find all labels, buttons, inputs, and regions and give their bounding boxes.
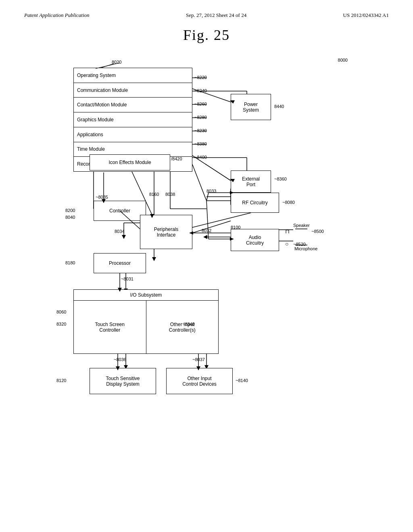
svg-line-48 [206, 193, 209, 201]
svg-line-51 [206, 201, 209, 239]
external-port-box: ExternalPort [231, 170, 271, 193]
label-8240: ~8240 [194, 88, 207, 93]
microphone-label: Microphone [294, 246, 317, 251]
rf-circuitry-box: RF Circuitry [231, 193, 279, 213]
label-8033: 8033 [206, 189, 216, 193]
svg-marker-25 [122, 235, 126, 239]
label-8380: ~8380 [194, 141, 207, 146]
row-applications: Applications [74, 127, 192, 142]
label-8040: 8040 [65, 215, 75, 220]
header: Patent Application Publication Sep. 27, … [24, 12, 389, 19]
label-8032: 8032 [202, 228, 211, 233]
label-8160: 8160 [149, 192, 159, 197]
label-8036: ~8036 [114, 357, 126, 362]
label-8360: ~8360 [274, 177, 287, 181]
header-right: US 2012/0243342 A1 [343, 12, 389, 19]
label-8100: 8100 [231, 225, 240, 230]
label-8230: ~8230 [194, 128, 207, 133]
label-8400: ~8400 [194, 155, 207, 160]
speaker-symbol: ⊓ [285, 228, 290, 235]
label-8080: ~8080 [282, 200, 295, 205]
label-8038: 8038 [165, 192, 175, 197]
peripherals-interface-box: PeripheralsInterface [140, 215, 192, 249]
label-8420: /8420 [171, 156, 182, 161]
svg-line-46 [192, 164, 206, 201]
microphone-symbol: ○ [285, 241, 288, 247]
other-input-controllers-inner: Other InputController(s) [146, 301, 219, 353]
figure-title: Fig. 25 [24, 27, 389, 44]
io-subsystem-box: I/O Subsystem Touch ScreenController Oth… [73, 289, 219, 354]
label-8000: 8000 [338, 58, 348, 62]
label-8120: 8120 [56, 378, 66, 383]
row-operating-system: Operating System [74, 68, 192, 83]
svg-line-54 [192, 221, 231, 233]
processor-box: Processor [94, 253, 146, 273]
svg-marker-31 [203, 235, 207, 239]
label-8220: ~8220 [194, 75, 207, 80]
label-8034: 8034 [115, 229, 124, 234]
row-communication-module: Communication Module [74, 83, 192, 98]
svg-marker-27 [152, 257, 156, 261]
label-8037: ~8037 [192, 357, 205, 362]
label-8320: 8320 [56, 322, 66, 326]
label-8020: 8020 [112, 60, 121, 64]
label-8035: ~8035 [96, 195, 108, 200]
other-input-control-box: Other InputControl Devices [166, 368, 233, 394]
label-8031: ~8031 [121, 276, 133, 281]
label-8180: 8180 [65, 260, 75, 265]
power-system-box: PowerSystem [231, 94, 271, 120]
label-8280: ~8280 [194, 115, 207, 120]
icon-effects-module-box: Icon Effects Module [90, 154, 170, 170]
touch-sensitive-display-box: Touch SensitiveDisplay System [90, 368, 156, 394]
header-center: Sep. 27, 2012 Sheet 24 of 24 [186, 12, 246, 19]
label-8140: ~8140 [236, 378, 248, 383]
label-8060: 8060 [56, 310, 66, 314]
touch-screen-controller-inner: Touch ScreenController [74, 301, 146, 353]
controller-box: Controller [94, 201, 146, 221]
label-8340: ~8340 [182, 322, 195, 326]
label-8440: 8440 [274, 104, 284, 109]
io-subsystem-label: I/O Subsystem [74, 290, 218, 301]
row-contact-motion-module: Contact/Motion Module [74, 98, 192, 112]
label-8500: ~8500 [311, 229, 324, 234]
speaker-label: Speaker [293, 223, 310, 228]
diagram: 8000 8020 Operating System Communication… [33, 56, 380, 479]
audio-circuitry-box: AudioCircuitry [231, 229, 279, 251]
label-8200: 8200 [65, 208, 75, 213]
header-left: Patent Application Publication [24, 12, 90, 19]
page: Patent Application Publication Sep. 27, … [0, 0, 413, 532]
label-8260: ~8260 [194, 102, 207, 106]
row-graphics-module: Graphics Module [74, 112, 192, 127]
svg-line-28 [186, 213, 251, 229]
